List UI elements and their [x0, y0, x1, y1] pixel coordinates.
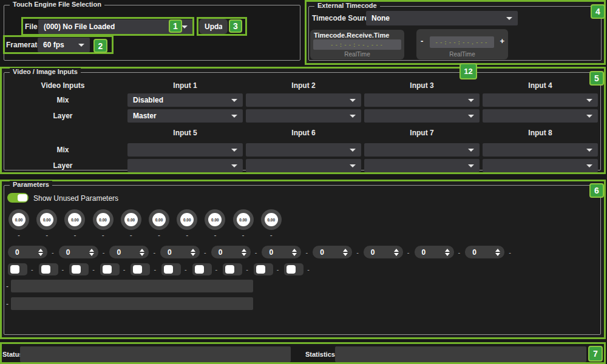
- framerate-select[interactable]: 60 fps: [38, 38, 90, 52]
- stepper-value: 0: [117, 248, 121, 257]
- mix-row-label: Mix: [1, 96, 124, 104]
- parameter-stepper[interactable]: 0: [8, 246, 47, 258]
- timecode-offset-display[interactable]: --:--:--.---: [430, 36, 494, 48]
- parameter-knob[interactable]: 0.00: [145, 209, 173, 230]
- parameter-stepper[interactable]: 0: [211, 246, 251, 258]
- stepper-value: 0: [422, 248, 426, 257]
- spinner-arrows-icon[interactable]: [292, 249, 297, 256]
- knob-value: 0.00: [265, 213, 278, 226]
- knob-sub-label: -: [257, 231, 285, 240]
- callout-4: 4: [591, 4, 605, 19]
- status-field[interactable]: [20, 346, 291, 362]
- timecode-receive-mode: RealTime: [310, 51, 404, 58]
- parameter-knob[interactable]: 0.00: [173, 209, 201, 230]
- parameter-stepper[interactable]: 0: [109, 246, 149, 258]
- parameter-knob[interactable]: 0.00: [201, 209, 229, 230]
- layer-select-6[interactable]: [246, 159, 361, 172]
- spinner-arrows-icon[interactable]: [140, 249, 144, 256]
- parameter-knob[interactable]: 0.00: [5, 209, 33, 230]
- input-column-header: Input 6: [246, 129, 361, 137]
- update-button[interactable]: Update: [199, 19, 228, 34]
- parameter-stepper[interactable]: 0: [59, 246, 98, 258]
- chevron-down-icon: [350, 149, 356, 152]
- timecode-offset-minus-button[interactable]: -: [421, 36, 423, 46]
- parameter-checkbox[interactable]: [69, 263, 89, 275]
- layer-select-2[interactable]: [246, 109, 361, 123]
- show-unused-parameters-toggle[interactable]: [7, 193, 29, 203]
- timecode-receive-display: --:--:--.---: [313, 39, 401, 50]
- parameter-checkbox[interactable]: [8, 263, 27, 275]
- timecode-source-select[interactable]: None: [366, 11, 518, 25]
- layer-select-4[interactable]: [483, 109, 598, 123]
- parameter-knob[interactable]: 0.00: [33, 209, 61, 230]
- input-column-header: Input 2: [246, 81, 361, 90]
- parameter-stepper[interactable]: 0: [313, 246, 352, 258]
- layer-select-8[interactable]: [483, 159, 598, 172]
- chevron-down-icon: [231, 149, 237, 152]
- spinner-arrows-icon[interactable]: [38, 249, 43, 256]
- chevron-down-icon: [586, 149, 592, 152]
- parameter-knob[interactable]: 0.00: [229, 209, 257, 230]
- parameter-stepper[interactable]: 0: [364, 246, 403, 258]
- separator-dash: -: [215, 266, 218, 273]
- mix-select-5[interactable]: [127, 143, 243, 157]
- spinner-arrows-icon[interactable]: [191, 249, 195, 256]
- mix-select-2[interactable]: [246, 93, 361, 107]
- callout-5: 5: [589, 71, 604, 86]
- separator-dash: -: [246, 266, 248, 273]
- parameter-text-field-1[interactable]: [11, 280, 253, 292]
- chevron-down-icon: [181, 25, 188, 29]
- knob-value: 0.00: [12, 213, 25, 226]
- mix-select-6[interactable]: [246, 143, 361, 157]
- timecode-receive-panel: Timecode.Receive.Time --:--:--.--- RealT…: [310, 30, 404, 59]
- chevron-down-icon: [350, 164, 356, 167]
- layer-select-1[interactable]: Master: [127, 109, 243, 123]
- mix-select-3[interactable]: [364, 93, 480, 107]
- parameter-checkbox[interactable]: [131, 263, 150, 275]
- parameter-knob[interactable]: 0.00: [257, 209, 285, 230]
- parameter-checkbox[interactable]: [192, 263, 212, 275]
- layer-select-3[interactable]: [364, 109, 480, 123]
- callout-3: 3: [229, 19, 242, 33]
- spinner-arrows-icon[interactable]: [445, 249, 450, 256]
- spinner-arrows-icon[interactable]: [495, 249, 500, 256]
- chevron-down-icon: [350, 99, 356, 102]
- parameter-knob[interactable]: 0.00: [117, 209, 145, 230]
- spinner-arrows-icon[interactable]: [242, 249, 246, 256]
- layer-select-7[interactable]: [364, 159, 480, 172]
- parameter-stepper[interactable]: 0: [262, 246, 301, 258]
- mix-select-1[interactable]: Disabled: [127, 93, 243, 107]
- parameter-checkbox[interactable]: [39, 263, 58, 275]
- spinner-arrows-icon[interactable]: [343, 249, 348, 256]
- knob-sub-label: -: [33, 231, 61, 240]
- parameter-checkbox[interactable]: [254, 263, 273, 275]
- mix-select-4[interactable]: [483, 93, 598, 107]
- layer-row-label: Layer: [1, 112, 124, 120]
- parameter-text-field-2[interactable]: [11, 297, 253, 310]
- parameter-stepper[interactable]: 0: [160, 246, 200, 258]
- timecode-offset-plus-button[interactable]: +: [500, 36, 504, 46]
- parameter-stepper[interactable]: 0: [415, 246, 454, 258]
- parameter-checkbox[interactable]: [100, 263, 120, 275]
- mix-select-7[interactable]: [364, 143, 480, 157]
- spinner-arrows-icon[interactable]: [89, 249, 94, 256]
- layer-select-5[interactable]: [127, 159, 243, 172]
- callout-6: 6: [589, 183, 604, 198]
- mix-select-8[interactable]: [483, 143, 598, 157]
- framerate-label: Framerate: [6, 41, 41, 49]
- spinner-arrows-icon[interactable]: [394, 249, 399, 256]
- parameter-checkbox[interactable]: [284, 263, 304, 275]
- parameters-group: Parameters: [4, 185, 601, 335]
- timecode-source-value: None: [371, 14, 390, 22]
- knob-value: 0.00: [208, 213, 222, 226]
- knob-row: 0.000.000.000.000.000.000.000.000.000.00: [5, 209, 285, 230]
- parameter-knob[interactable]: 0.00: [89, 209, 117, 230]
- stepper-value: 0: [472, 248, 476, 257]
- statistics-field[interactable]: [335, 346, 586, 362]
- timecode-receive-title: Timecode.Receive.Time: [310, 30, 404, 39]
- parameter-knob[interactable]: 0.00: [61, 209, 89, 230]
- parameter-checkbox[interactable]: [223, 263, 242, 275]
- parameter-checkbox[interactable]: [161, 263, 181, 275]
- video-inputs-grid: Video InputsInput 1Input 2Input 3Input 4…: [1, 79, 600, 174]
- parameter-stepper[interactable]: 0: [465, 246, 504, 258]
